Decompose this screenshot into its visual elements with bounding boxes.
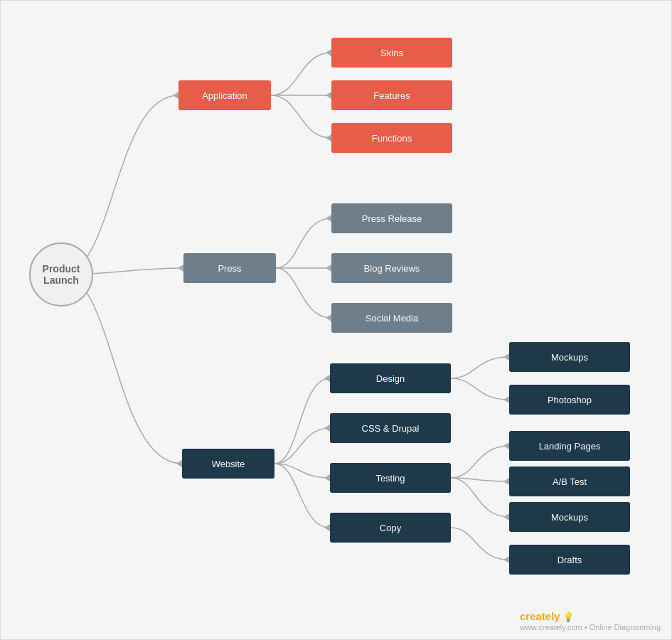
svg-marker-8 [326,314,331,321]
svg-marker-7 [326,265,331,272]
svg-marker-10 [324,425,330,432]
root-node: Product Launch [29,242,93,306]
design-label: Design [376,373,405,384]
svg-marker-11 [324,474,330,481]
features-node: Features [331,80,452,110]
svg-marker-0 [173,92,178,99]
cssdrupal-node: CSS & Drupal [330,413,451,443]
socialmedia-node: Social Media [331,303,452,333]
creately-logo: creately [520,610,560,622]
mockups2-node: Mockups [509,502,630,532]
website-label: Website [212,459,245,469]
application-node: Application [178,80,271,110]
bulb-icon: 💡 [562,612,574,622]
mockups2-label: Mockups [551,512,588,523]
design-node: Design [330,363,451,393]
abtest-label: A/B Test [553,476,587,487]
diagram-container: Product Launch Application Skins Feature… [0,0,672,640]
svg-marker-5 [326,134,331,142]
press-node: Press [183,253,276,283]
website-node: Website [182,449,274,479]
socialmedia-label: Social Media [366,313,418,324]
landingpages-label: Landing Pages [539,441,601,452]
mockups1-label: Mockups [551,352,588,363]
drafts-node: Drafts [509,545,630,575]
pressrelease-label: Press Release [362,213,422,224]
skins-label: Skins [380,48,403,58]
svg-marker-15 [503,442,509,449]
application-label: Application [202,90,247,101]
footer-tagline: www.creately.com • Online Diagramming [520,623,661,631]
svg-marker-17 [503,513,509,521]
svg-marker-13 [503,353,509,361]
svg-marker-3 [326,49,331,56]
svg-marker-12 [324,524,330,531]
abtest-node: A/B Test [509,466,630,496]
svg-marker-18 [503,556,509,563]
copy-node: Copy [330,513,451,543]
svg-marker-14 [503,396,509,403]
functions-node: Functions [331,123,452,153]
footer: creately 💡 www.creately.com • Online Dia… [520,610,661,632]
photoshop-label: Photoshop [548,395,592,405]
pressrelease-node: Press Release [331,203,452,233]
cssdrupal-label: CSS & Drupal [362,423,420,434]
root-label: Product Launch [43,263,80,286]
svg-marker-9 [324,375,330,382]
testing-node: Testing [330,463,451,493]
svg-marker-1 [178,265,183,272]
functions-label: Functions [372,133,412,144]
svg-marker-16 [503,478,509,485]
svg-marker-4 [326,92,331,99]
skins-node: Skins [331,38,452,68]
press-label: Press [218,263,241,274]
blogreviews-node: Blog Reviews [331,253,452,283]
svg-marker-2 [176,460,182,467]
landingpages-node: Landing Pages [509,431,630,461]
testing-label: Testing [375,473,405,484]
drafts-label: Drafts [558,555,582,565]
copy-label: Copy [380,523,401,533]
mockups1-node: Mockups [509,342,630,372]
features-label: Features [373,90,410,101]
blogreviews-label: Blog Reviews [364,263,420,274]
photoshop-node: Photoshop [509,385,630,415]
svg-marker-6 [326,215,331,222]
